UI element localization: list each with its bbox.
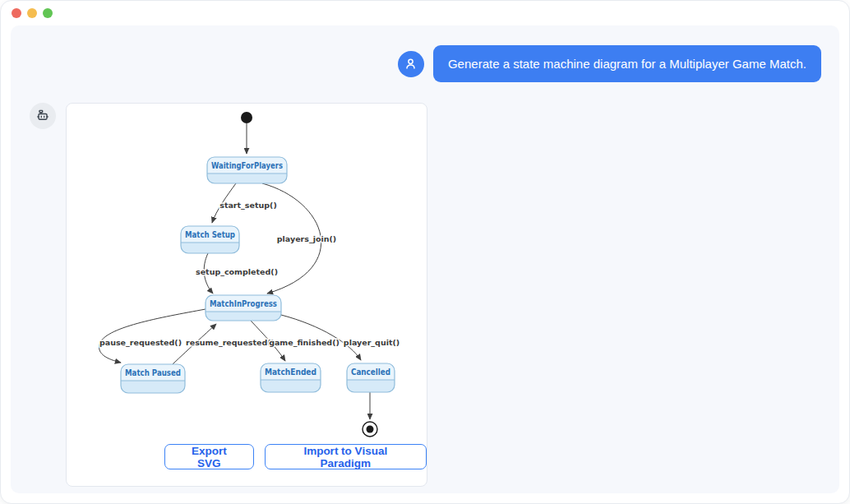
robot-icon (35, 108, 51, 124)
user-message-row: Generate a state machine diagram for a M… (11, 25, 839, 82)
state-node-MatchEnded: MatchEnded (261, 363, 321, 392)
zoom-window-button[interactable] (43, 8, 53, 18)
state-node-MatchPaused: Match Paused (121, 364, 185, 393)
import-visual-paradigm-button[interactable]: Import to Visual Paradigm (265, 444, 427, 469)
state-label: WaitingForPlayers (211, 161, 283, 170)
initial-state-node (241, 112, 252, 123)
transition-label: setup_completed() (196, 267, 278, 276)
transition-label: player_quit() (344, 338, 400, 347)
transition-label: start_setup() (219, 201, 276, 210)
state-node-MatchSetup: Match Setup (181, 226, 239, 253)
person-icon (403, 56, 418, 72)
transition-label: pause_requested() (99, 338, 182, 347)
diagram-card: WaitingForPlayersMatch SetupMatchInProgr… (66, 103, 427, 487)
diagram-actions: Export SVG Import to Visual Paradigm (67, 444, 427, 469)
close-window-button[interactable] (12, 8, 21, 18)
user-avatar (398, 51, 424, 77)
window-titlebar (1, 1, 849, 25)
state-label: Match Setup (185, 230, 235, 239)
state-label: MatchInProgress (210, 299, 277, 308)
state-node-WaitingForPlayers: WaitingForPlayers (207, 157, 287, 183)
app-window: Generate a state machine diagram for a M… (0, 0, 850, 504)
transition-label: players_join() (277, 234, 336, 243)
state-diagram-svg: WaitingForPlayersMatch SetupMatchInProgr… (67, 104, 428, 441)
chat-content-area: Generate a state machine diagram for a M… (11, 25, 839, 493)
state-label: MatchEnded (265, 368, 316, 377)
transition-label: game_finished() (269, 338, 340, 347)
final-state-node (363, 422, 377, 437)
user-message-bubble: Generate a state machine diagram for a M… (433, 45, 821, 82)
state-label: Match Paused (125, 368, 181, 377)
transition-label: resume_requested() (186, 338, 275, 347)
user-message-text: Generate a state machine diagram for a M… (448, 57, 806, 71)
minimize-window-button[interactable] (27, 8, 37, 18)
bot-avatar (30, 103, 56, 129)
export-svg-button[interactable]: Export SVG (164, 444, 254, 469)
state-label: Cancelled (351, 368, 390, 377)
bot-message-row: WaitingForPlayersMatch SetupMatchInProgr… (30, 103, 839, 487)
state-node-MatchInProgress: MatchInProgress (206, 295, 281, 321)
transition-edge-pause_requested (99, 309, 206, 363)
state-node-Cancelled: Cancelled (347, 363, 395, 392)
